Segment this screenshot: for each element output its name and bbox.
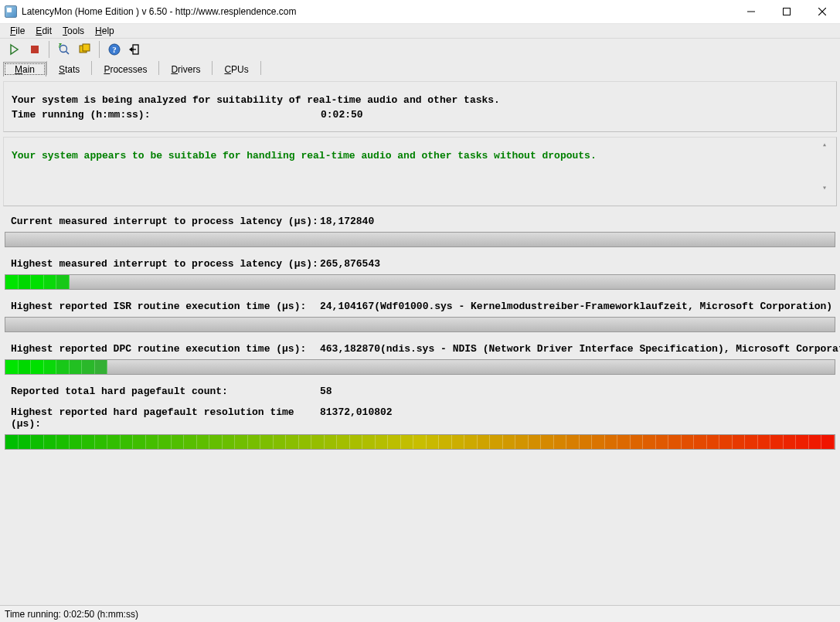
- svg-marker-4: [11, 45, 18, 54]
- bar-segment: [694, 435, 707, 449]
- status-scroll[interactable]: ▴▾: [822, 142, 833, 192]
- bar-segment: [350, 435, 363, 449]
- bar-segment: [707, 435, 720, 449]
- bar-segment: [172, 435, 185, 449]
- bar-segment: [95, 360, 108, 374]
- bar-segment: [796, 435, 809, 449]
- metric-label: Highest reported ISR routine execution t…: [11, 301, 320, 312]
- bar-segment: [19, 435, 32, 449]
- metric-block: Highest measured interrupt to process la…: [3, 253, 837, 290]
- bar-segment: [452, 435, 465, 449]
- bar-segment: [5, 360, 19, 374]
- tab-main[interactable]: Main: [3, 62, 46, 76]
- metric-bar: [5, 317, 835, 332]
- stop-button[interactable]: [26, 41, 43, 58]
- help-button[interactable]: ?: [105, 41, 123, 58]
- bar-segment: [95, 435, 108, 449]
- menu-tools[interactable]: Tools: [57, 25, 90, 37]
- tab-stats[interactable]: Stats: [47, 62, 91, 76]
- bar-segment: [529, 435, 542, 449]
- refresh-button[interactable]: [55, 41, 73, 58]
- svg-point-6: [60, 45, 66, 52]
- metric-bar: [5, 359, 835, 375]
- bar-segment: [745, 435, 758, 449]
- close-button[interactable]: [804, 0, 840, 23]
- bar-segment: [401, 435, 414, 449]
- toolbar: ?: [0, 38, 840, 59]
- bar-segment: [311, 435, 325, 449]
- bar-segment: [5, 275, 19, 289]
- minimize-icon: [747, 8, 755, 15]
- bar-segment: [427, 435, 440, 449]
- bar-segment: [631, 435, 644, 449]
- menu-help[interactable]: Help: [90, 25, 120, 37]
- bar-segment: [784, 435, 797, 449]
- bar-segment: [235, 435, 248, 449]
- stop-icon: [29, 43, 41, 56]
- bar-segment: [643, 435, 656, 449]
- bar-segment: [121, 435, 134, 449]
- close-icon: [818, 8, 826, 15]
- menu-file[interactable]: File: [5, 25, 30, 37]
- magnifier-refresh-icon: [58, 43, 70, 56]
- bar-segment: [260, 435, 274, 449]
- metric-value: 463,182870: [320, 343, 380, 355]
- metric-value: 81372,010802: [320, 406, 393, 430]
- bar-segment: [656, 435, 669, 449]
- svg-marker-8: [59, 43, 62, 46]
- windows-button[interactable]: [76, 41, 94, 58]
- tab-drivers[interactable]: Drivers: [159, 62, 212, 76]
- bar-segment: [286, 435, 299, 449]
- tab-cpus[interactable]: CPUs: [213, 62, 260, 76]
- windows-icon: [79, 43, 91, 56]
- statusbar: Time running: 0:02:50 (h:mm:ss): [0, 605, 840, 622]
- tab-processes[interactable]: Processes: [92, 62, 158, 76]
- bar-segment: [376, 435, 389, 449]
- metric-label: Highest reported hard pagefault resoluti…: [11, 406, 320, 430]
- bar-segment: [337, 435, 350, 449]
- bar-segment: [464, 435, 478, 449]
- status-text: Your system appears to be suitable for h…: [12, 150, 828, 161]
- metric-extra: (ndis.sys - NDIS (Network Driver Interfa…: [380, 343, 840, 355]
- bar-segment: [223, 435, 236, 449]
- exit-button[interactable]: [126, 41, 144, 58]
- bar-segment: [44, 360, 57, 374]
- metric-value: 24,104167: [320, 301, 374, 312]
- bar-segment: [5, 435, 19, 449]
- menu-edit[interactable]: Edit: [30, 25, 57, 37]
- metric-block: Highest reported DPC routine execution t…: [3, 338, 837, 375]
- svg-text:?: ?: [112, 45, 117, 54]
- metric-label: Highest reported DPC routine execution t…: [11, 343, 320, 355]
- app-window: LatencyMon (Home Edition ) v 6.50 - http…: [0, 0, 840, 622]
- maximize-button[interactable]: [769, 0, 804, 23]
- svg-rect-10: [83, 44, 90, 51]
- metric-block: Highest reported ISR routine execution t…: [3, 296, 837, 332]
- bar-segment: [388, 435, 401, 449]
- exit-icon: [129, 43, 141, 56]
- svg-marker-15: [129, 47, 132, 52]
- bar-segment: [554, 435, 567, 449]
- scroll-down-icon: ▾: [822, 185, 833, 192]
- statusbar-text: Time running: 0:02:50 (h:mm:ss): [5, 609, 138, 620]
- scroll-up-icon: ▴: [822, 142, 833, 148]
- metric-extra: (Wdf01000.sys - Kernelmodustreiber-Frame…: [374, 301, 832, 312]
- analysis-panel: Your system is being analyzed for suitab…: [3, 81, 837, 132]
- tabbar: Main Stats Processes Drivers CPUs: [0, 59, 840, 76]
- bar-segment: [44, 435, 57, 449]
- bar-segment: [184, 435, 197, 449]
- bar-segment: [248, 435, 261, 449]
- time-running-value: 0:02:50: [321, 109, 363, 121]
- metric-line: Highest reported hard pagefault resoluti…: [3, 402, 837, 434]
- window-controls: [733, 0, 840, 23]
- minimize-button[interactable]: [733, 0, 769, 23]
- bar-segment: [197, 435, 210, 449]
- bar-segment: [592, 435, 605, 449]
- bar-segment: [82, 360, 95, 374]
- bar-segment: [541, 435, 554, 449]
- main-content: Your system is being analyzed for suitab…: [0, 76, 840, 605]
- bar-segment: [56, 435, 70, 449]
- bar-segment: [146, 435, 159, 449]
- metric-value: 58: [320, 386, 332, 397]
- start-button[interactable]: [5, 41, 22, 58]
- play-icon: [8, 43, 20, 56]
